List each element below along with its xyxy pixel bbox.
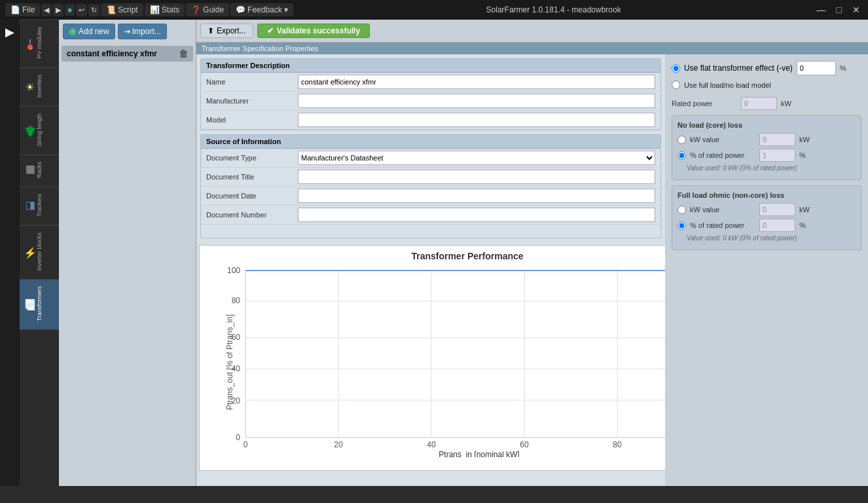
menu-file[interactable]: 📄File	[5, 3, 40, 16]
tab-inverter-blocks[interactable]: ⚡ Inverter blocks	[20, 225, 59, 280]
full-load-pct-label: % of rated power	[690, 221, 755, 229]
menu-feedback[interactable]: 💬Feedback ▾	[230, 3, 293, 16]
app-title: SolarFarmer 1.0.181.4 - meadowbrook	[296, 5, 812, 14]
no-load-kw-row: kW value kW	[678, 133, 856, 146]
validates-button[interactable]: ✔ Validates successfully	[257, 24, 370, 38]
x-axis-label: Ptrans_in [nominal kW]	[439, 450, 519, 457]
svg-text:20: 20	[334, 440, 343, 449]
form-row-name: Name	[201, 73, 660, 92]
content-toolbar: ⬆ Export... ✔ Validates successfully	[196, 20, 868, 43]
menu-bar: 📄File ◀ ▶ ■ ↩ ↻ 📜Script 📊Stats ❓Guide 💬F…	[5, 3, 293, 16]
titlebar: 📄File ◀ ▶ ■ ↩ ↻ 📜Script 📊Stats ❓Guide 💬F…	[0, 0, 868, 20]
name-label: Name	[206, 78, 298, 86]
svg-text:40: 40	[427, 440, 436, 449]
delete-item-button[interactable]: 🗑	[179, 48, 188, 59]
add-new-button[interactable]: ⊕ Add new	[63, 24, 115, 39]
full-load-note: Value used: 0 kW (0% of rated power)	[678, 234, 856, 242]
main-layout: ▶ 📍 PV modules ☀ Inverters 🌲 String leng…	[0, 20, 868, 486]
form-row-model: Model	[201, 111, 660, 130]
nav-forward[interactable]: ▶	[53, 4, 63, 16]
chart-svg: Ptrans_out [% of Ptrans_in]	[226, 264, 665, 457]
sidebar-expand-btn[interactable]: ▶	[1, 24, 18, 41]
mid-toolbar: ⊕ Add new ⇥ Import...	[59, 20, 196, 43]
svg-text:60: 60	[232, 333, 241, 342]
spec-header: Transformer Specification Properties	[196, 43, 868, 54]
no-load-kw-input[interactable]	[759, 133, 795, 146]
maximize-button[interactable]: □	[834, 5, 844, 15]
no-load-loss-section: No load (core) loss kW value kW % of rat…	[672, 115, 861, 180]
tab-racks[interactable]: ▦ Racks	[20, 155, 59, 187]
chart-title: Transformer Performance	[200, 246, 665, 264]
full-load-kw-row: kW value kW	[678, 203, 856, 216]
name-input[interactable]	[298, 75, 655, 89]
svg-text:0: 0	[236, 433, 240, 442]
docdate-input[interactable]	[298, 189, 655, 203]
form-row-docnum: Document Number	[201, 206, 660, 225]
list-item[interactable]: constant efficiency xfmr 🗑	[62, 46, 193, 62]
export-button[interactable]: ⬆ Export...	[200, 24, 253, 38]
model-input[interactable]	[298, 113, 655, 127]
full-load-kw-input[interactable]	[759, 203, 795, 216]
flat-radio[interactable]	[672, 64, 680, 73]
plus-icon: ⊕	[69, 26, 77, 37]
doctitle-input[interactable]	[298, 170, 655, 184]
menu-stats[interactable]: 📊Stats	[145, 3, 185, 16]
svg-text:0: 0	[244, 440, 248, 449]
nav-home[interactable]: ■	[65, 4, 75, 16]
full-load-kw-label: kW value	[690, 206, 755, 214]
full-load-pct-input[interactable]	[759, 219, 795, 232]
rated-power-label: Rated power	[672, 100, 737, 107]
full-load-radio[interactable]	[672, 81, 680, 89]
spec-right-panel: Use flat transformer effect (-ve) % Use …	[665, 54, 868, 486]
form-row-doctitle: Document Title	[201, 168, 660, 187]
nav-back[interactable]: ◀	[41, 4, 52, 16]
transformer-list: constant efficiency xfmr 🗑	[59, 43, 196, 486]
nav-back2[interactable]: ↩	[76, 4, 87, 16]
tab-pv-modules[interactable]: 📍 PV modules	[20, 20, 59, 67]
docnum-input[interactable]	[298, 208, 655, 222]
full-load-loss-title: Full load ohmic (non-core) loss	[678, 191, 856, 199]
item-list-panel: ⊕ Add new ⇥ Import... constant efficienc…	[59, 20, 196, 486]
category-tabs: 📍 PV modules ☀ Inverters 🌲 String length…	[20, 20, 59, 486]
nav-refresh[interactable]: ↻	[88, 4, 99, 16]
svg-text:100: 100	[227, 266, 240, 275]
transformer-description-section: Transformer Description Name Manufacture…	[200, 58, 661, 130]
tab-trackers[interactable]: ◧ Trackers	[20, 187, 59, 225]
svg-text:80: 80	[232, 296, 241, 305]
flat-unit: %	[840, 64, 846, 72]
docnum-label: Document Number	[206, 211, 298, 219]
no-load-pct-row: % of rated power %	[678, 149, 856, 162]
rated-power-input[interactable]	[741, 97, 777, 110]
menu-script[interactable]: 📜Script	[101, 3, 143, 16]
tab-inverters[interactable]: ☀ Inverters	[20, 67, 59, 106]
form-row-manufacturer: Manufacturer	[201, 92, 660, 111]
chart-container: Transformer Performance Ptrans_out [% of…	[199, 245, 665, 471]
full-load-kw-radio[interactable]	[678, 206, 686, 214]
full-load-pct-radio[interactable]	[678, 221, 686, 230]
no-load-pct-radio[interactable]	[678, 151, 686, 160]
window-controls: — □ ✕	[814, 5, 863, 15]
tab-string-length[interactable]: 🌲 String length	[20, 106, 59, 155]
close-button[interactable]: ✕	[850, 5, 863, 15]
doctitle-label: Document Title	[206, 173, 298, 181]
chart-section: Transformer Performance Ptrans_out [% of…	[196, 242, 665, 474]
spec-form: Transformer Description Name Manufacture…	[196, 54, 665, 486]
rated-power-unit: kW	[781, 100, 791, 107]
manufacturer-input[interactable]	[298, 94, 655, 108]
import-icon: ⇥	[124, 27, 130, 36]
form-row-doctype: Document Type Manufacturer's Datasheet	[201, 149, 660, 168]
import-button[interactable]: ⇥ Import...	[118, 24, 167, 39]
no-load-kw-label: kW value	[690, 136, 755, 143]
svg-text:60: 60	[520, 440, 529, 449]
no-load-pct-input[interactable]	[759, 149, 795, 162]
menu-guide[interactable]: ❓Guide	[186, 3, 229, 16]
no-load-title: No load (core) loss	[678, 121, 856, 129]
tab-transformers[interactable]: 📄 Transformers	[20, 279, 59, 329]
doctype-select[interactable]: Manufacturer's Datasheet	[298, 151, 655, 165]
minimize-button[interactable]: —	[814, 5, 829, 15]
flat-value-input[interactable]	[797, 61, 836, 75]
right-panel: ⬆ Export... ✔ Validates successfully Tra…	[196, 20, 868, 486]
doctype-label: Document Type	[206, 154, 298, 162]
no-load-kw-radio[interactable]	[678, 136, 686, 144]
source-info-header: Source of Information	[201, 135, 660, 149]
